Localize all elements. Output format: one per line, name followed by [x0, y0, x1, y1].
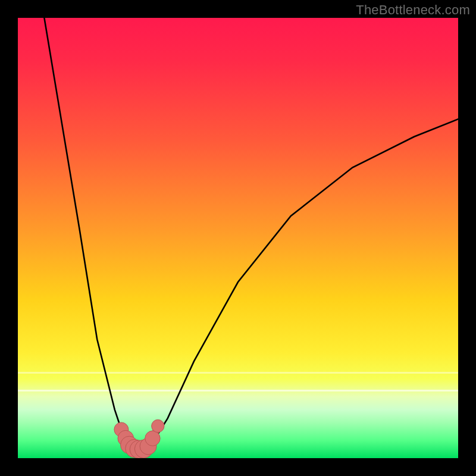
- left-curve: [44, 18, 141, 449]
- chart-frame: TheBottleneck.com: [0, 0, 476, 476]
- right-curve: [141, 119, 458, 449]
- chart-plot-area: [18, 18, 458, 458]
- marker-cluster: [114, 419, 164, 458]
- marker-dot: [145, 431, 160, 446]
- watermark-text: TheBottleneck.com: [356, 2, 470, 18]
- curve-layer: [18, 18, 458, 458]
- marker-dot: [152, 419, 164, 432]
